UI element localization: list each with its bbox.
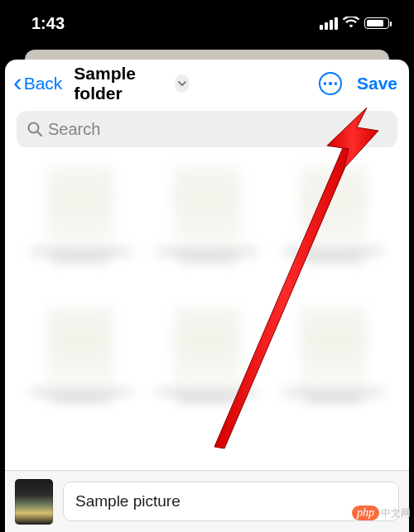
page-title: Sample folder [74,64,168,103]
file-name-field[interactable]: Sample picture [63,482,399,521]
nav-bar: ‹ Back Sample folder Save [5,60,409,108]
file-item [22,306,140,430]
wifi-icon [343,16,359,31]
ellipsis-icon [324,82,338,85]
search-icon [26,121,43,137]
chevron-left-icon: ‹ [13,69,22,95]
svg-line-1 [37,132,41,136]
save-footer: Sample picture [5,470,409,532]
status-indicators [320,16,389,31]
battery-icon [364,17,389,29]
chevron-down-icon [175,74,190,93]
search-input[interactable] [48,120,388,139]
watermark: php 中文网 [352,506,411,520]
watermark-suffix: 中文网 [381,506,411,520]
file-item [22,165,140,290]
back-button[interactable]: ‹ Back [13,72,62,95]
more-button[interactable] [319,72,342,95]
file-item [148,165,267,290]
file-thumbnail[interactable] [15,479,53,525]
cellular-signal-icon [320,17,338,30]
file-item [274,306,392,430]
status-time: 1:43 [31,14,65,33]
watermark-brand: php [352,506,379,520]
back-label: Back [24,74,63,93]
status-bar: 1:43 [0,0,414,46]
file-item [274,165,392,290]
search-container [5,108,409,157]
title-group[interactable]: Sample folder [74,64,190,103]
save-sheet: ‹ Back Sample folder Save [5,60,409,532]
file-item [148,306,267,430]
file-name-text: Sample picture [75,492,181,510]
search-field[interactable] [17,111,397,147]
save-button[interactable]: Save [357,74,397,93]
